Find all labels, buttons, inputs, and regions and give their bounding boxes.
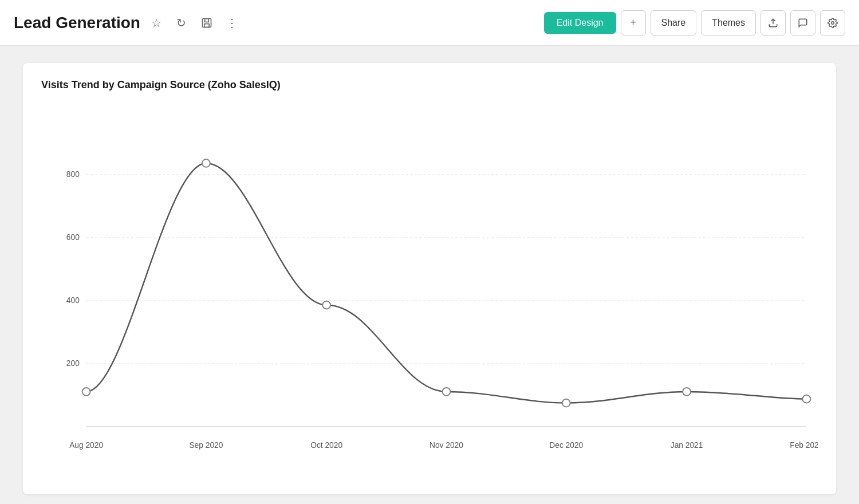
save-button[interactable] xyxy=(198,14,216,32)
x-label-jan: Jan 2021 xyxy=(671,441,703,450)
share-button[interactable]: Share xyxy=(651,10,697,36)
x-label-aug: Aug 2020 xyxy=(69,441,103,450)
export-button[interactable] xyxy=(761,10,786,36)
themes-button[interactable]: Themes xyxy=(701,10,756,36)
svg-rect-0 xyxy=(202,18,211,27)
more-options-button[interactable]: ⋮ xyxy=(223,14,241,32)
data-point-feb xyxy=(802,395,810,403)
data-point-nov xyxy=(443,388,451,396)
data-point-oct xyxy=(322,301,330,309)
comment-button[interactable] xyxy=(790,10,815,36)
chart-card: Visits Trend by Campaign Source (Zoho Sa… xyxy=(23,63,836,494)
header: Lead Generation ☆ ↻ ⋮ Edit Design + Shar… xyxy=(0,0,859,46)
main-content: Visits Trend by Campaign Source (Zoho Sa… xyxy=(0,46,859,504)
header-right: Edit Design + Share Themes xyxy=(544,10,845,36)
x-label-dec: Dec 2020 xyxy=(549,441,583,450)
x-label-nov: Nov 2020 xyxy=(430,441,463,450)
add-button[interactable]: + xyxy=(621,10,646,36)
x-label-sep: Sep 2020 xyxy=(189,441,223,450)
refresh-button[interactable]: ↻ xyxy=(172,14,191,32)
edit-design-button[interactable]: Edit Design xyxy=(544,12,616,34)
y-label-800: 800 xyxy=(66,170,80,179)
page-title: Lead Generation xyxy=(14,14,140,32)
y-label-600: 600 xyxy=(66,233,80,242)
chart-area: 200 400 600 800 Aug 2020 Sep 2020 Oct 20… xyxy=(41,103,818,481)
data-point-aug xyxy=(82,388,90,396)
x-label-feb: Feb 2021 xyxy=(790,441,818,450)
data-point-sep xyxy=(202,159,210,167)
data-point-dec xyxy=(562,399,570,407)
data-line xyxy=(86,163,807,403)
y-label-200: 200 xyxy=(66,359,80,368)
chart-title: Visits Trend by Campaign Source (Zoho Sa… xyxy=(41,79,818,91)
y-label-400: 400 xyxy=(66,296,80,305)
header-left: Lead Generation ☆ ↻ ⋮ xyxy=(14,14,544,32)
settings-button[interactable] xyxy=(820,10,845,36)
svg-rect-2 xyxy=(204,23,209,27)
x-label-oct: Oct 2020 xyxy=(310,441,342,450)
favorite-button[interactable]: ☆ xyxy=(147,14,166,32)
svg-point-4 xyxy=(832,21,834,24)
data-point-jan xyxy=(683,388,691,396)
line-chart: 200 400 600 800 Aug 2020 Sep 2020 Oct 20… xyxy=(41,103,818,481)
svg-rect-1 xyxy=(205,18,209,22)
